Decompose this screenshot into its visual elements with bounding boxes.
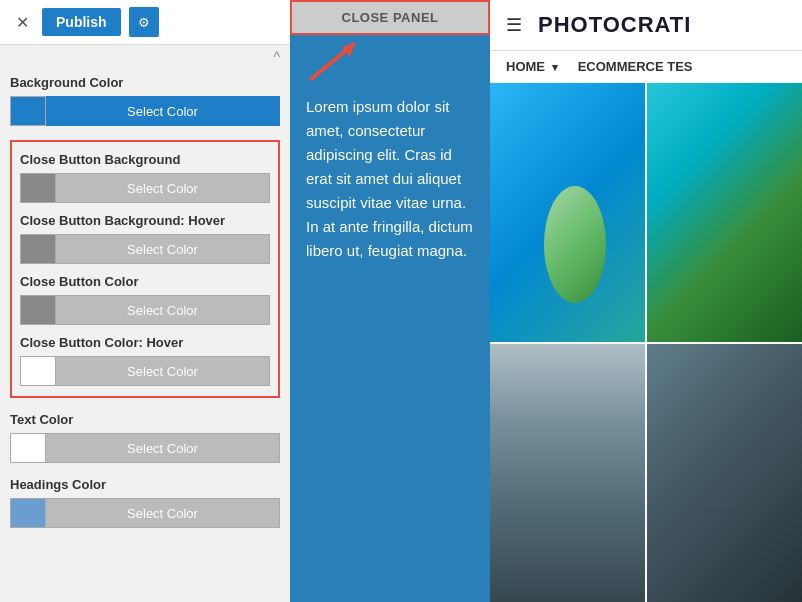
site-title: PHOTOCRATI	[538, 12, 691, 38]
close-btn-bg-btn[interactable]: Select Color	[56, 173, 270, 203]
background-color-swatch[interactable]	[10, 96, 46, 126]
close-panel-button[interactable]: CLOSE PANEL	[290, 0, 490, 35]
background-color-section: Background Color Select Color	[10, 75, 280, 126]
island-land	[544, 186, 606, 302]
close-btn-bg-section: Close Button Background Select Color	[20, 152, 270, 203]
image-grid	[490, 83, 802, 602]
gear-icon: ⚙	[138, 15, 150, 30]
headings-color-label: Headings Color	[10, 477, 280, 492]
text-color-section: Text Color Select Color	[10, 412, 280, 463]
arrow-area	[290, 35, 490, 85]
top-toolbar: ✕ Publish ⚙	[0, 0, 290, 45]
close-btn-color-hover-section: Close Button Color: Hover Select Color	[20, 335, 270, 386]
panel-content[interactable]: Background Color Select Color Close Butt…	[0, 65, 290, 602]
text-color-swatch[interactable]	[10, 433, 46, 463]
image-top-left	[490, 83, 645, 342]
close-btn-color-section: Close Button Color Select Color	[20, 274, 270, 325]
background-color-row: Select Color	[10, 96, 280, 126]
headings-color-swatch[interactable]	[10, 498, 46, 528]
close-btn-color-row: Select Color	[20, 295, 270, 325]
hamburger-icon[interactable]: ☰	[506, 14, 522, 36]
right-panel: ☰ PHOTOCRATI HOME ▾ ECOMMERCE TES	[490, 0, 802, 602]
background-color-label: Background Color	[10, 75, 280, 90]
nav-item-home[interactable]: HOME ▾	[506, 59, 558, 74]
headings-color-row: Select Color	[10, 498, 280, 528]
close-btn-color-btn[interactable]: Select Color	[56, 295, 270, 325]
chevron-down-icon: ▾	[552, 61, 558, 73]
grouped-close-button-box: Close Button Background Select Color Clo…	[10, 140, 280, 398]
close-btn-bg-row: Select Color	[20, 173, 270, 203]
lorem-text: Lorem ipsum dolor sit amet, consectetur …	[290, 85, 490, 273]
close-btn-bg-label: Close Button Background	[20, 152, 270, 167]
close-btn-color-hover-btn[interactable]: Select Color	[56, 356, 270, 386]
text-color-btn[interactable]: Select Color	[46, 433, 280, 463]
scroll-indicator: ^	[0, 45, 290, 65]
close-btn-color-hover-row: Select Color	[20, 356, 270, 386]
close-btn-color-swatch[interactable]	[20, 295, 56, 325]
close-btn-color-hover-swatch[interactable]	[20, 356, 56, 386]
nav-bar: HOME ▾ ECOMMERCE TES	[490, 51, 802, 83]
close-btn-color-label: Close Button Color	[20, 274, 270, 289]
background-color-btn[interactable]: Select Color	[46, 96, 280, 126]
close-btn-bg-hover-section: Close Button Background: Hover Select Co…	[20, 213, 270, 264]
image-bottom-left	[490, 344, 645, 603]
arrow-icon	[300, 35, 380, 85]
close-x-button[interactable]: ✕	[10, 10, 34, 34]
headings-color-section: Headings Color Select Color	[10, 477, 280, 528]
site-header: ☰ PHOTOCRATI	[490, 0, 802, 51]
close-btn-bg-hover-label: Close Button Background: Hover	[20, 213, 270, 228]
nav-item-ecommerce[interactable]: ECOMMERCE TES	[578, 59, 693, 74]
left-panel: ✕ Publish ⚙ ^ Background Color Select Co…	[0, 0, 290, 602]
headings-color-btn[interactable]: Select Color	[46, 498, 280, 528]
close-btn-bg-hover-swatch[interactable]	[20, 234, 56, 264]
middle-panel: CLOSE PANEL Lorem ipsum dolor sit amet, …	[290, 0, 490, 602]
close-btn-color-hover-label: Close Button Color: Hover	[20, 335, 270, 350]
gear-button[interactable]: ⚙	[129, 7, 159, 37]
image-top-right	[647, 83, 802, 342]
text-color-row: Select Color	[10, 433, 280, 463]
close-btn-bg-hover-row: Select Color	[20, 234, 270, 264]
image-bottom-right	[647, 344, 802, 603]
publish-button[interactable]: Publish	[42, 8, 121, 36]
text-color-label: Text Color	[10, 412, 280, 427]
close-btn-bg-hover-btn[interactable]: Select Color	[56, 234, 270, 264]
close-btn-bg-swatch[interactable]	[20, 173, 56, 203]
